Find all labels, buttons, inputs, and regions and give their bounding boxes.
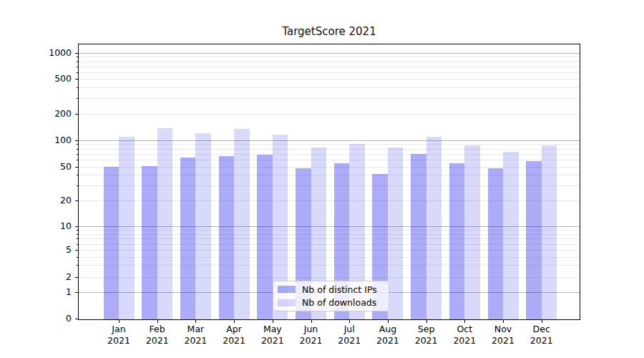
x-label-month: May: [253, 324, 293, 335]
y-tick-label-2: 2: [0, 271, 72, 283]
x-label-month: Jul: [329, 324, 369, 335]
y-tick-label-100: 100: [0, 135, 72, 146]
y-tick-label-200: 200: [0, 108, 72, 120]
x-tick-mark-jul: [349, 320, 350, 323]
y-minor-tick-mark-30: [77, 185, 78, 186]
bar-nov-nb-of-distinct-ips: [488, 168, 504, 319]
y-minor-tick-mark-9: [77, 230, 78, 231]
y-minor-tick-mark-800: [77, 62, 78, 62]
y-minor-tick-mark-5: [77, 250, 78, 251]
legend-swatch-nb-of-downloads: [278, 299, 296, 306]
x-tick-label-apr: Apr2021: [214, 324, 254, 347]
x-tick-label-feb: Feb2021: [137, 324, 177, 347]
x-tick-label-jun: Jun2021: [291, 324, 331, 347]
x-tick-mark-jan: [119, 320, 119, 323]
y-minor-tick-mark-7: [77, 238, 78, 239]
x-label-month: Feb: [137, 324, 177, 335]
legend: Nb of distinct IPsNb of downloads: [273, 281, 389, 311]
y-minor-tick-mark-900: [77, 57, 78, 57]
x-label-month: Apr: [214, 324, 254, 335]
bars-layer: [79, 44, 580, 319]
y-minor-tick-mark-2: [77, 277, 78, 278]
y-tick-label-20: 20: [0, 195, 72, 206]
chart-title: TargetScore 2021: [79, 25, 580, 38]
y-minor-tick-mark-4: [77, 257, 78, 258]
x-label-month: Sep: [406, 324, 447, 335]
y-tick-label-500: 500: [0, 73, 72, 84]
y-minor-tick-mark-500: [77, 79, 78, 79]
x-label-month: Oct: [444, 324, 484, 335]
y-tick-label-50: 50: [0, 161, 72, 173]
bar-feb-nb-of-downloads: [157, 128, 173, 319]
y-minor-tick-mark-600: [77, 72, 78, 73]
figure: TargetScore 2021 Nb of distinct IPsNb of…: [0, 0, 644, 358]
bar-nov-nb-of-downloads: [503, 152, 519, 319]
bar-dec-nb-of-distinct-ips: [526, 161, 542, 319]
x-label-month: Jun: [291, 324, 331, 335]
x-tick-label-aug: Aug2021: [368, 324, 408, 347]
bar-may-nb-of-distinct-ips: [257, 155, 273, 319]
x-label-year: 2021: [291, 335, 331, 347]
bar-mar-nb-of-distinct-ips: [180, 158, 196, 319]
x-tick-mark-apr: [234, 320, 235, 323]
x-label-month: Dec: [522, 324, 562, 335]
x-tick-mark-oct: [464, 320, 465, 323]
legend-row-nb-of-distinct-ips: Nb of distinct IPs: [278, 283, 389, 296]
x-tick-label-jul: Jul2021: [329, 324, 369, 347]
y-tick-mark-100: [75, 140, 78, 141]
y-minor-tick-mark-6: [77, 244, 78, 245]
plot-area: Nb of distinct IPsNb of downloads: [78, 44, 580, 320]
bar-sep-nb-of-distinct-ips: [411, 154, 426, 319]
bar-aug-nb-of-downloads: [388, 147, 404, 319]
y-minor-tick-mark-700: [77, 67, 78, 67]
bar-jan-nb-of-distinct-ips: [104, 167, 119, 319]
y-minor-tick-mark-200: [77, 114, 78, 115]
x-tick-label-may: May2021: [253, 324, 293, 347]
x-tick-label-mar: Mar2021: [175, 324, 215, 347]
y-tick-label-1: 1: [0, 286, 72, 298]
y-minor-tick-mark-3: [77, 265, 78, 266]
bar-mar-nb-of-downloads: [195, 133, 211, 319]
x-label-year: 2021: [175, 335, 215, 347]
y-tick-mark-1000: [75, 53, 78, 54]
x-label-year: 2021: [368, 335, 408, 347]
x-tick-mark-nov: [503, 320, 504, 323]
x-tick-mark-dec: [542, 320, 542, 323]
y-minor-tick-mark-90: [77, 144, 78, 145]
legend-label-nb-of-distinct-ips: Nb of distinct IPs: [302, 284, 377, 295]
x-label-year: 2021: [137, 335, 177, 347]
y-minor-tick-mark-400: [77, 87, 78, 88]
x-label-month: Aug: [368, 324, 408, 335]
legend-label-nb-of-downloads: Nb of downloads: [302, 297, 376, 308]
bar-dec-nb-of-downloads: [542, 145, 557, 319]
x-tick-mark-sep: [426, 320, 427, 323]
legend-swatch-nb-of-distinct-ips: [278, 286, 296, 293]
y-minor-tick-mark-80: [77, 149, 78, 150]
y-tick-label-5: 5: [0, 244, 72, 256]
x-label-month: Jan: [99, 324, 139, 335]
y-minor-tick-mark-70: [77, 154, 78, 155]
bar-apr-nb-of-distinct-ips: [219, 156, 235, 319]
bar-feb-nb-of-distinct-ips: [142, 166, 157, 319]
x-tick-mark-aug: [388, 320, 389, 323]
x-tick-label-sep: Sep2021: [406, 324, 447, 347]
bar-jan-nb-of-downloads: [119, 137, 135, 319]
x-label-year: 2021: [483, 335, 523, 347]
x-tick-label-nov: Nov2021: [483, 324, 523, 347]
y-tick-mark-10: [75, 226, 78, 227]
x-label-year: 2021: [329, 335, 369, 347]
x-label-year: 2021: [99, 335, 139, 347]
x-label-month: Mar: [175, 324, 215, 335]
x-tick-mark-jun: [311, 320, 312, 323]
x-tick-label-oct: Oct2021: [444, 324, 484, 347]
x-label-month: Nov: [483, 324, 523, 335]
x-tick-mark-may: [273, 320, 273, 323]
y-minor-tick-mark-50: [77, 167, 78, 168]
x-tick-label-dec: Dec2021: [522, 324, 562, 347]
y-minor-tick-mark-300: [77, 98, 78, 99]
y-minor-tick-mark-40: [77, 175, 78, 175]
x-label-year: 2021: [406, 335, 447, 347]
bar-sep-nb-of-downloads: [426, 137, 442, 319]
x-tick-label-jan: Jan2021: [99, 324, 139, 347]
x-label-year: 2021: [253, 335, 293, 347]
